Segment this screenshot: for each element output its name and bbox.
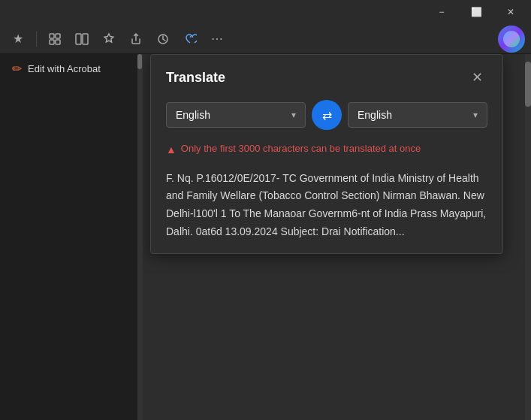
svg-rect-5	[83, 34, 88, 44]
splitscreen-icon[interactable]	[70, 27, 94, 51]
sidebar-scrollbar[interactable]	[137, 54, 142, 420]
acrobat-icon: ✏	[12, 62, 22, 76]
target-chevron-icon: ▾	[473, 110, 478, 120]
source-language-label: English	[176, 109, 210, 121]
sidebar-scrollbar-thumb	[137, 54, 142, 69]
panel-header: Translate ✕	[166, 67, 487, 88]
browser-toolbar: ★ ⋯	[0, 24, 531, 54]
more-icon[interactable]: ⋯	[205, 27, 229, 51]
panel-close-button[interactable]: ✕	[466, 67, 487, 88]
favorite-icon[interactable]: ★	[6, 27, 30, 51]
content-scrollbar-thumb	[525, 62, 531, 107]
translated-content: F. Nq. P.16012/0E/2017- TC Government of…	[166, 172, 486, 237]
sidebar: ✏ Edit with Acrobat	[0, 54, 143, 420]
translate-panel: Translate ✕ English ▾ ⇄ English ▾ ▲	[150, 54, 503, 254]
warning-triangle-icon: ▲	[166, 143, 176, 158]
svg-rect-1	[56, 34, 60, 38]
swap-languages-button[interactable]: ⇄	[312, 100, 342, 130]
target-language-label: English	[358, 109, 392, 121]
warning-text: Only the first 3000 characters can be tr…	[181, 142, 421, 156]
language-row: English ▾ ⇄ English ▾	[166, 100, 487, 130]
translated-text: F. Nq. P.16012/0E/2017- TC Government of…	[166, 170, 487, 241]
sidebar-item-acrobat[interactable]: ✏ Edit with Acrobat	[0, 54, 142, 83]
share-icon[interactable]	[124, 27, 148, 51]
main-area: ✏ Edit with Acrobat Translate ✕ English …	[0, 54, 531, 420]
svg-rect-4	[76, 34, 81, 44]
svg-rect-2	[50, 40, 54, 44]
content-area: Translate ✕ English ▾ ⇄ English ▾ ▲	[143, 54, 531, 420]
minimize-button[interactable]: −	[424, 0, 459, 24]
target-language-select[interactable]: English ▾	[348, 102, 487, 128]
window-controls: − ⬜ ✕	[424, 0, 528, 24]
source-chevron-icon: ▾	[291, 110, 296, 120]
collections-icon[interactable]	[97, 27, 121, 51]
source-language-select[interactable]: English ▾	[166, 102, 306, 128]
restore-button[interactable]: ⬜	[459, 0, 493, 24]
sidebar-item-label: Edit with Acrobat	[28, 63, 101, 74]
copilot-button[interactable]	[498, 26, 525, 53]
svg-rect-0	[50, 34, 54, 38]
history-icon[interactable]	[151, 27, 175, 51]
swap-icon: ⇄	[322, 108, 332, 122]
extensions-icon[interactable]	[43, 27, 67, 51]
copilot-inner-icon	[503, 31, 520, 47]
toolbar-separator-1	[36, 32, 37, 47]
character-limit-warning: ▲ Only the first 3000 characters can be …	[166, 142, 487, 158]
close-button[interactable]: ✕	[493, 0, 528, 24]
content-scrollbar[interactable]	[525, 54, 531, 420]
title-bar: − ⬜ ✕	[0, 0, 531, 24]
heart-icon[interactable]	[178, 27, 202, 51]
svg-rect-3	[56, 40, 60, 44]
panel-title: Translate	[166, 70, 225, 86]
